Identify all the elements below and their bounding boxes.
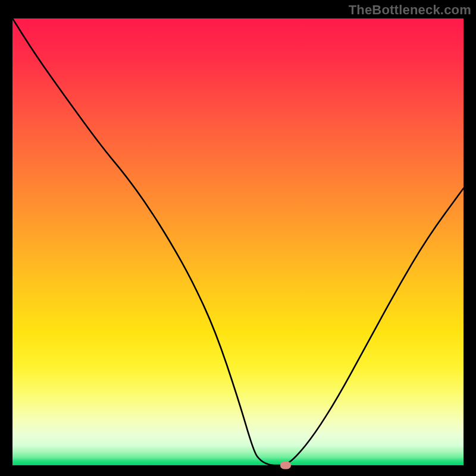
plot-area	[12, 18, 464, 465]
bottleneck-curve	[12, 18, 464, 465]
attribution-label: TheBottleneck.com	[349, 2, 471, 18]
selected-point-marker	[280, 462, 291, 469]
chart-container: TheBottleneck.com	[0, 0, 476, 476]
